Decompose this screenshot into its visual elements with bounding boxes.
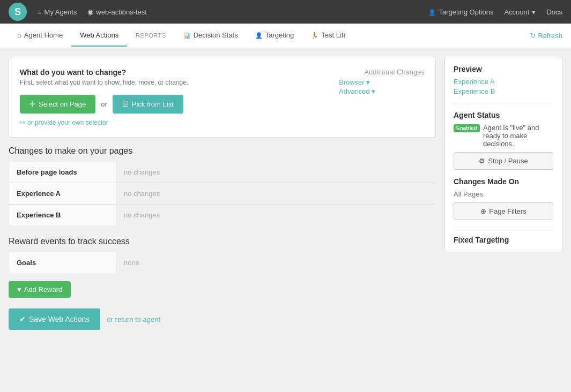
goals-value: none xyxy=(116,252,436,274)
browser-label: Browser xyxy=(339,78,365,86)
experience-b-preview-label: Experience B xyxy=(454,87,495,95)
topnav-right: Targeting Options Account Docs xyxy=(428,8,562,16)
tab-test-lift[interactable]: Test Lift xyxy=(302,25,354,47)
my-agents-label: My Agents xyxy=(45,8,77,16)
heart-icon xyxy=(17,285,21,293)
experience-a-preview-link[interactable]: Experience A xyxy=(454,78,553,86)
reports-label: REPORTS xyxy=(136,32,166,39)
table-row: Experience B no changes xyxy=(9,205,436,226)
browser-link[interactable]: Browser xyxy=(339,78,425,86)
docs-nav[interactable]: Docs xyxy=(546,8,562,16)
reward-table: Goals none xyxy=(9,252,436,274)
advanced-link[interactable]: Advanced xyxy=(339,87,425,95)
user-icon xyxy=(428,8,436,16)
what-title: What do you want to change? xyxy=(20,68,339,77)
advanced-chevron-icon xyxy=(372,87,375,95)
own-selector-link[interactable]: or provide your own selector xyxy=(20,119,339,126)
sidebar: Preview Experience A Experience B Agent … xyxy=(444,57,562,252)
agent-home-label: Agent Home xyxy=(24,31,63,39)
changes-made-title: Changes Made On xyxy=(454,177,553,186)
logo-text: S xyxy=(14,6,21,18)
advanced-label: Advanced xyxy=(339,87,370,95)
targeting-icon xyxy=(255,31,263,39)
targeting-label: Targeting xyxy=(265,31,294,39)
account-label: Account xyxy=(504,8,529,16)
changes-section-title: Changes to make on your pages xyxy=(9,146,436,156)
experience-a-label: Experience A xyxy=(9,183,116,205)
tab-decision-stats[interactable]: Decision Stats xyxy=(175,25,247,47)
stop-pause-button[interactable]: Stop / Pause xyxy=(454,152,553,170)
main-content: What do you want to change? First, selec… xyxy=(9,57,436,330)
agent-name-nav[interactable]: web-actions-test xyxy=(87,8,147,16)
divider-1 xyxy=(454,103,553,103)
list-icon xyxy=(122,100,129,108)
chart-icon xyxy=(183,31,191,39)
save-web-actions-button[interactable]: Save Web Actions xyxy=(9,308,100,330)
tab-agent-home[interactable]: Agent Home xyxy=(9,25,71,47)
add-reward-button[interactable]: Add Reward xyxy=(9,281,71,298)
myagents-icon xyxy=(38,8,42,16)
web-actions-label: Web Actions xyxy=(80,31,118,39)
pick-from-list-button[interactable]: Pick from List xyxy=(113,95,183,114)
targeting-options-nav[interactable]: Targeting Options xyxy=(428,8,493,16)
tab-web-actions[interactable]: Web Actions xyxy=(71,25,127,47)
globe-icon xyxy=(480,207,486,215)
reward-section-title: Reward events to track success xyxy=(9,237,436,246)
browser-chevron-icon xyxy=(366,78,370,86)
refresh-label: Refresh xyxy=(538,32,562,40)
changes-made-value: All Pages xyxy=(454,190,553,198)
tab-targeting[interactable]: Targeting xyxy=(247,25,302,47)
before-page-loads-value: no changes xyxy=(116,162,436,183)
experience-b-label: Experience B xyxy=(9,205,116,226)
account-nav[interactable]: Account xyxy=(504,8,536,16)
sidebar-card: Preview Experience A Experience B Agent … xyxy=(444,57,562,252)
targeting-options-label: Targeting Options xyxy=(439,8,493,16)
reward-section: Reward events to track success Goals non… xyxy=(9,237,436,298)
select-on-page-button[interactable]: Select on Page xyxy=(20,95,95,114)
my-agents-nav[interactable]: My Agents xyxy=(38,8,77,16)
table-row: Before page loads no changes xyxy=(9,162,436,183)
agent-status-text: Agent is "live" and ready to make decisi… xyxy=(483,124,553,148)
tab-reports[interactable]: REPORTS xyxy=(127,26,174,46)
experience-a-preview-label: Experience A xyxy=(454,78,495,86)
experience-a-value: no changes xyxy=(116,183,436,205)
main-layout: What do you want to change? First, selec… xyxy=(0,48,571,338)
cursor-icon xyxy=(29,100,35,108)
docs-label: Docs xyxy=(546,8,562,16)
agent-name: web-actions-test xyxy=(96,8,147,16)
save-label: Save Web Actions xyxy=(29,315,90,323)
card-split: What do you want to change? First, selec… xyxy=(20,68,425,126)
page-filters-button[interactable]: Page Filters xyxy=(454,202,553,220)
experience-b-value: no changes xyxy=(116,205,436,226)
select-on-page-label: Select on Page xyxy=(39,100,86,108)
account-chevron-icon xyxy=(532,8,536,16)
arrow-icon xyxy=(20,119,25,126)
run-icon xyxy=(311,31,318,39)
fixed-targeting-title: Fixed Targeting xyxy=(454,236,553,244)
goals-label: Goals xyxy=(9,252,116,274)
topnav: S My Agents web-actions-test Targeting O… xyxy=(0,0,571,24)
agent-status-title: Agent Status xyxy=(454,111,553,119)
decision-stats-label: Decision Stats xyxy=(194,31,238,39)
refresh-button[interactable]: Refresh xyxy=(530,32,562,40)
return-label: or return to agent xyxy=(107,315,160,323)
gear-icon xyxy=(479,157,485,165)
home-icon xyxy=(17,31,21,39)
preview-title: Preview xyxy=(454,65,553,73)
return-to-agent-link[interactable]: or return to agent xyxy=(107,315,160,323)
add-reward-label: Add Reward xyxy=(24,285,63,293)
changes-section: Changes to make on your pages Before pag… xyxy=(9,146,436,226)
what-subtitle: First, select what you want to show, hid… xyxy=(20,79,339,86)
eye-icon xyxy=(87,8,93,16)
select-btn-group: Select on Page or Pick from List xyxy=(20,95,339,114)
page-filters-label: Page Filters xyxy=(489,207,526,215)
what-to-change-card: What do you want to change? First, selec… xyxy=(9,57,436,138)
logo[interactable]: S xyxy=(9,3,27,21)
pick-from-list-label: Pick from List xyxy=(132,100,174,108)
test-lift-label: Test Lift xyxy=(321,31,345,39)
experience-b-preview-link[interactable]: Experience B xyxy=(454,87,553,95)
table-row: Experience A no changes xyxy=(9,183,436,205)
agent-status-row: Enabled Agent is "live" and ready to mak… xyxy=(454,124,553,148)
card-right: Additional Changes Browser Advanced xyxy=(339,68,425,96)
subnav: Agent Home Web Actions REPORTS Decision … xyxy=(0,24,571,48)
